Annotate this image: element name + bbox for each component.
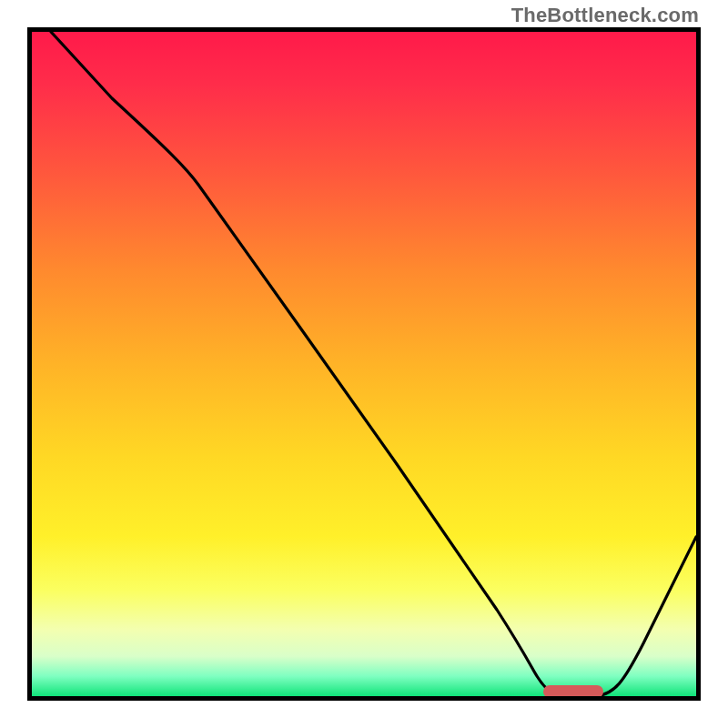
curve-layer xyxy=(32,32,696,696)
optimal-marker xyxy=(543,685,603,698)
chart-frame: TheBottleneck.com xyxy=(0,0,728,728)
attribution-text: TheBottleneck.com xyxy=(511,4,699,27)
plot-area xyxy=(27,27,701,701)
curve-path xyxy=(51,32,696,696)
